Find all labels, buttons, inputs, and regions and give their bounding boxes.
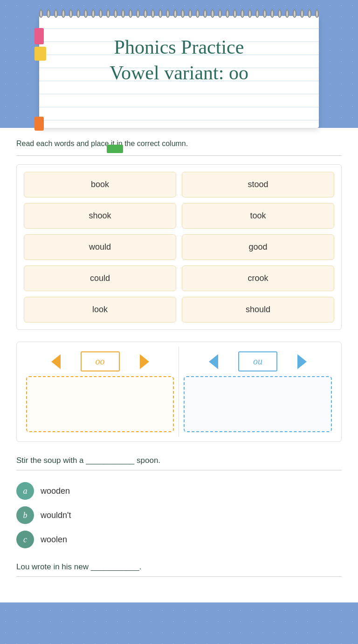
word-card-could[interactable]: could [24, 266, 176, 291]
sentence-2: Lou wrote in his new ___________. [16, 562, 342, 572]
word-card-look[interactable]: look [24, 297, 176, 322]
word-card-crook[interactable]: crook [182, 266, 334, 291]
wing-left-oo-icon [51, 354, 61, 369]
banner-label-oo: oo [81, 351, 120, 371]
banner-label-ou: ou [238, 351, 277, 371]
choice-c-text: woolen [41, 535, 67, 545]
drop-zone-oo[interactable] [26, 376, 174, 432]
banner-ou-wings: ou [216, 351, 300, 371]
drop-zone-ou[interactable] [184, 376, 332, 432]
badge-c: c [16, 531, 34, 548]
choices-list: a wooden b wouldn't c woolen [16, 482, 342, 548]
instruction-text: Read each words and place it in the corr… [16, 140, 342, 148]
badge-b: b [16, 506, 34, 524]
word-grid: book stood shook took would good could c… [16, 164, 342, 330]
sentence-divider-2 [16, 576, 342, 577]
badge-a: a [16, 482, 34, 500]
tab-yellow [34, 47, 46, 61]
divider-1 [16, 155, 342, 156]
sort-column-oo: oo [21, 347, 179, 437]
banner-ou: ou [184, 351, 332, 371]
word-card-stood[interactable]: stood [182, 172, 334, 197]
tab-green [107, 145, 123, 153]
choice-b-text: wouldn't [41, 511, 71, 520]
sorting-section: oo ou [16, 342, 342, 442]
sort-column-ou: ou [179, 347, 337, 437]
main-content: Read each words and place it in the corr… [0, 128, 358, 602]
choice-a[interactable]: a wooden [16, 482, 342, 500]
word-card-would[interactable]: would [24, 234, 176, 260]
tab-pink [34, 28, 44, 44]
word-card-shook[interactable]: shook [24, 203, 176, 229]
notebook-paper: Phonics Practice Vowel variant: oo [39, 16, 319, 128]
choice-b[interactable]: b wouldn't [16, 506, 342, 524]
word-card-took[interactable]: took [182, 203, 334, 229]
wing-right-ou-icon [297, 354, 307, 369]
word-card-should[interactable]: should [182, 297, 334, 322]
banner-oo: oo [26, 351, 174, 371]
word-card-good[interactable]: good [182, 234, 334, 260]
tab-orange [34, 117, 44, 131]
page-title: Phonics Practice Vowel variant: oo [58, 30, 300, 85]
choice-a-text: wooden [41, 486, 70, 496]
word-card-book[interactable]: book [24, 172, 176, 197]
sentence-divider-1 [16, 470, 342, 470]
wing-right-oo-icon [140, 354, 149, 369]
sentence-section-1: Stir the soup with a ___________ spoon. [16, 456, 342, 470]
sentence-section-2: Lou wrote in his new ___________. [16, 562, 342, 577]
sentence-1: Stir the soup with a ___________ spoon. [16, 456, 342, 465]
banner-oo-wings: oo [58, 351, 142, 371]
spiral-rings [39, 9, 319, 18]
wing-left-ou-icon [209, 354, 218, 369]
choice-c[interactable]: c woolen [16, 531, 342, 548]
